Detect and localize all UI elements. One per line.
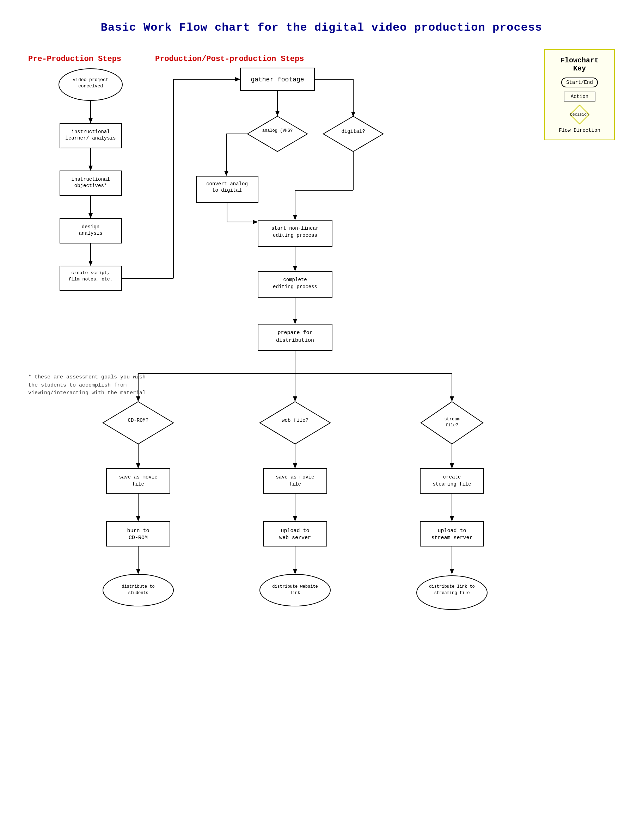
- svg-text:web file?: web file?: [282, 418, 308, 423]
- svg-marker-115: [450, 516, 454, 521]
- svg-point-101: [260, 574, 330, 606]
- svg-marker-46: [253, 220, 258, 224]
- page: Basic Work Flow chart for the digital vi…: [0, 0, 643, 840]
- svg-marker-95: [293, 516, 297, 521]
- svg-text:learner/ analysis: learner/ analysis: [65, 135, 116, 141]
- svg-rect-96: [263, 521, 327, 546]
- svg-text:gather footage: gather footage: [251, 76, 304, 83]
- svg-marker-76: [136, 516, 140, 521]
- svg-text:file: file: [289, 481, 301, 487]
- svg-text:create: create: [443, 474, 461, 480]
- svg-marker-9: [88, 166, 93, 171]
- svg-rect-116: [420, 521, 484, 546]
- svg-marker-26: [235, 77, 240, 81]
- flowchart-svg: video project conceived instructional le…: [14, 42, 643, 817]
- svg-text:objectives*: objectives*: [74, 183, 107, 189]
- svg-text:distribute to: distribute to: [122, 584, 155, 589]
- svg-text:link: link: [290, 591, 300, 596]
- svg-marker-67: [136, 396, 140, 402]
- svg-text:prepare for: prepare for: [277, 330, 312, 336]
- svg-text:digital?: digital?: [341, 129, 365, 134]
- svg-rect-72: [106, 469, 170, 493]
- svg-text:stream server: stream server: [431, 535, 472, 541]
- svg-marker-100: [293, 569, 297, 574]
- svg-text:save as movie: save as movie: [119, 474, 157, 480]
- svg-text:distribute link to: distribute link to: [429, 584, 475, 589]
- svg-text:analysis: analysis: [78, 230, 102, 236]
- svg-text:stream: stream: [444, 417, 459, 422]
- svg-text:CD-ROM?: CD-ROM?: [128, 418, 149, 423]
- svg-text:instructional: instructional: [71, 176, 109, 182]
- svg-text:to digital: to digital: [212, 187, 242, 193]
- svg-rect-91: [263, 469, 327, 493]
- svg-marker-86: [293, 396, 297, 402]
- svg-marker-30: [275, 111, 279, 116]
- svg-text:film notes, etc.: film notes, etc.: [69, 277, 113, 282]
- svg-marker-14: [88, 213, 93, 218]
- svg-marker-110: [450, 463, 454, 469]
- svg-rect-111: [420, 469, 484, 493]
- svg-marker-50: [293, 215, 297, 220]
- svg-point-82: [103, 574, 173, 606]
- svg-marker-105: [450, 396, 454, 402]
- main-title: Basic Work Flow chart for the digital vi…: [21, 21, 622, 34]
- svg-text:CD-ROM: CD-ROM: [129, 535, 148, 541]
- svg-marker-40: [224, 171, 228, 176]
- svg-text:create script,: create script,: [71, 270, 109, 275]
- svg-text:students: students: [128, 591, 149, 596]
- svg-text:start non-linear: start non-linear: [271, 226, 319, 231]
- svg-text:file?: file?: [446, 423, 458, 428]
- svg-rect-77: [106, 521, 170, 546]
- svg-marker-55: [293, 266, 297, 271]
- svg-text:video project: video project: [73, 77, 108, 83]
- svg-text:editing process: editing process: [273, 233, 317, 238]
- svg-text:save as movie: save as movie: [276, 474, 314, 480]
- svg-text:design: design: [82, 224, 100, 230]
- svg-text:editing process: editing process: [273, 284, 317, 290]
- svg-text:steaming file: steaming file: [432, 481, 471, 487]
- svg-marker-120: [450, 569, 454, 574]
- svg-text:upload to: upload to: [437, 528, 466, 534]
- svg-text:burn to: burn to: [127, 528, 149, 534]
- svg-text:instructional: instructional: [71, 129, 109, 135]
- svg-marker-4: [88, 118, 93, 123]
- svg-marker-60: [293, 319, 297, 324]
- svg-marker-90: [293, 463, 297, 469]
- svg-marker-71: [136, 463, 140, 469]
- svg-text:convert analog: convert analog: [206, 181, 248, 187]
- svg-text:complete: complete: [283, 277, 307, 283]
- svg-text:web server: web server: [279, 535, 311, 541]
- svg-text:upload to: upload to: [281, 528, 309, 534]
- svg-text:conceived: conceived: [78, 83, 103, 89]
- svg-text:streaming file: streaming file: [434, 591, 470, 596]
- svg-text:distribution: distribution: [276, 337, 314, 343]
- svg-text:distribute website: distribute website: [272, 584, 318, 589]
- svg-marker-37: [351, 112, 355, 117]
- svg-text:file: file: [132, 481, 144, 487]
- svg-marker-31: [248, 116, 307, 151]
- svg-marker-19: [88, 261, 93, 266]
- svg-marker-81: [136, 569, 140, 574]
- svg-text:analog (VHS?: analog (VHS?: [262, 128, 292, 133]
